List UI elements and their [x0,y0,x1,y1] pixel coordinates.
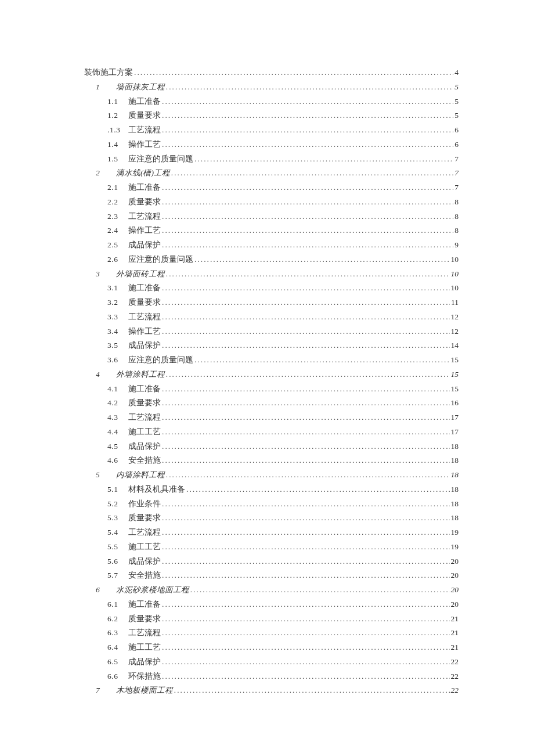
toc-entry: 1墙面抹灰工程5 [96,81,459,93]
toc-number: 7 [96,685,116,696]
toc-leader-dots [174,685,450,696]
toc-number: 2.2 [107,196,128,208]
toc-leader-dots [190,584,450,596]
toc-number: 6.2 [107,613,128,625]
toc-leader-dots [162,340,450,351]
toc-number: 4.1 [107,383,128,395]
toc-page-number: 15 [451,383,459,395]
toc-number: 5.3 [107,512,128,524]
toc-title: 操作工艺 [128,326,161,337]
toc-title: 成品保护 [128,239,161,251]
toc-number: 5.1 [107,484,128,495]
toc-page-number: 15 [451,369,459,380]
toc-title: 质量要求 [128,613,161,625]
toc-number: 3.5 [107,340,128,351]
toc-title: 工艺流程 [128,124,161,136]
toc-entry: 3.2质量要求11 [107,297,459,308]
toc-number: 5.4 [107,527,128,538]
toc-leader-dots [162,196,453,208]
toc-number: 1.2 [107,110,128,121]
toc-number: 6.4 [107,642,128,653]
toc-number: 6.1 [107,599,128,610]
toc-entry: 6.4施工工艺21 [107,642,459,653]
toc-entry: 2.1施工准备7 [107,182,459,193]
toc-title: 施工工艺 [128,426,161,438]
toc-page-number: 5 [454,96,459,107]
toc-entry: 6.3工艺流程21 [107,627,459,639]
toc-leader-dots [166,81,453,93]
toc-title: 墙面抹灰工程 [116,81,165,93]
toc-title: 操作工艺 [128,225,161,236]
toc-title: 木地板楼面工程 [116,685,173,696]
toc-page-number: 17 [451,412,459,423]
toc-leader-dots [162,211,453,222]
toc-leader-dots [162,656,450,668]
toc-leader-dots [162,182,453,193]
toc-entry: 5.6成品保护20 [107,556,459,567]
toc-leader-dots [162,642,450,653]
toc-number: 2.1 [107,182,128,193]
toc-page-number: 22 [451,685,459,696]
toc-title: 质量要求 [128,397,161,409]
toc-leader-dots [162,397,450,409]
toc-number: 2.6 [107,254,128,265]
toc-page-number: 22 [451,671,459,682]
toc-entry: 5.7安全措施20 [107,570,459,581]
toc-title: 材料及机具准备 [128,484,185,495]
toc-leader-dots [162,110,453,121]
toc-entry: 6.2质量要求21 [107,613,459,625]
toc-title: 施工准备 [128,599,161,610]
toc-page-number: 21 [451,642,459,653]
toc-number: 5 [96,469,116,481]
toc-leader-dots [162,455,450,466]
toc-page-number: 5 [454,81,459,93]
toc-page-number: 21 [451,627,459,639]
toc-title: 应注意的质量问题 [128,254,193,265]
toc-title: 质量要求 [128,196,161,208]
toc-leader-dots [162,441,450,452]
toc-number: 3.3 [107,311,128,323]
toc-leader-dots [166,469,450,481]
toc-page-number: 18 [451,441,459,452]
toc-entry: 4.6安全措施18 [107,455,459,466]
toc-entry: 1.4操作工艺6 [107,139,459,150]
toc-entry: 6.5成品保护22 [107,656,459,668]
toc-page-number: 16 [451,397,459,409]
toc-leader-dots [162,613,450,625]
toc-entry: 1.1施工准备5 [107,96,459,107]
toc-leader-dots [162,383,450,395]
toc-number: 4.5 [107,441,128,452]
toc-title: 内墙涂料工程 [116,469,165,481]
toc-entry: 2.5成品保护9 [107,239,459,251]
toc-leader-dots [166,268,450,280]
toc-number: 2.5 [107,239,128,251]
toc-title: 成品保护 [128,340,161,351]
toc-title: 工艺流程 [128,211,161,222]
toc-number: 4.4 [107,426,128,438]
toc-title: 应注意的质量问题 [128,354,193,366]
toc-page-number: 7 [454,153,459,165]
toc-number: 3.4 [107,326,128,337]
toc-number: 5.2 [107,498,128,510]
toc-title: 施工工艺 [128,541,161,553]
toc-number: 3 [96,268,116,280]
toc-number: 4 [96,369,116,380]
toc-title: 外墙涂料工程 [116,369,165,380]
toc-page-number: 10 [451,268,459,280]
toc-number: 6.6 [107,671,128,682]
toc-number: 6.3 [107,627,128,639]
toc-number: 3.6 [107,354,128,366]
toc-leader-dots [162,556,450,567]
toc-title: 施工准备 [128,383,161,395]
toc-number: 6.5 [107,656,128,668]
toc-entry: 6水泥砂浆楼地面工程20 [96,584,459,596]
toc-entry: 2滴水线(槽)工程7 [96,167,459,179]
toc-page-number: 18 [451,512,459,524]
toc-page-number: 10 [451,282,459,294]
toc-page-number: 20 [451,584,459,596]
toc-leader-dots [162,527,450,538]
toc-page-number: 14 [451,340,459,351]
toc-leader-dots [162,225,453,236]
toc-leader-dots [162,96,453,107]
toc-page-number: 7 [454,182,459,193]
